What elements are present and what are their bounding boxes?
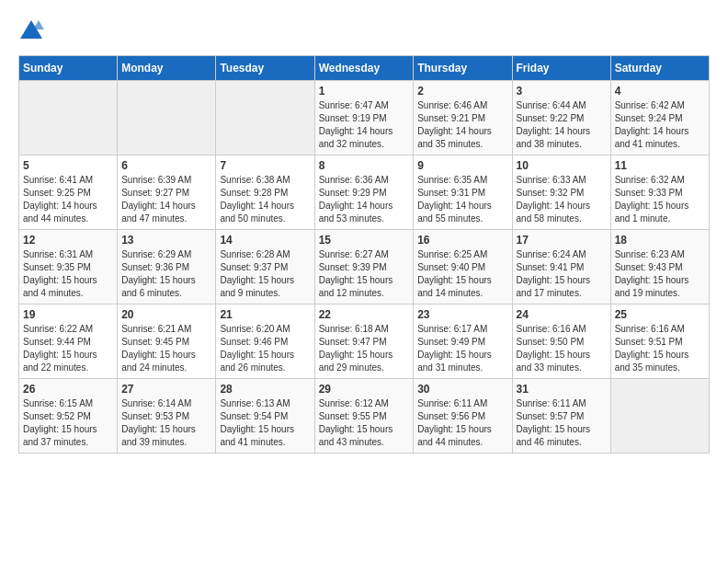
day-number: 18	[615, 234, 705, 247]
svg-marker-1	[33, 20, 44, 29]
calendar-day-cell: 2Sunrise: 6:46 AMSunset: 9:21 PMDaylight…	[414, 81, 512, 155]
calendar-day-cell: 28Sunrise: 6:13 AMSunset: 9:54 PMDayligh…	[216, 379, 314, 454]
day-info: Sunrise: 6:14 AMSunset: 9:53 PMDaylight:…	[121, 397, 211, 449]
day-number: 9	[417, 159, 507, 172]
day-info: Sunrise: 6:22 AMSunset: 9:44 PMDaylight:…	[23, 323, 113, 374]
day-number: 19	[23, 308, 113, 321]
day-info: Sunrise: 6:38 AMSunset: 9:28 PMDaylight:…	[220, 174, 310, 225]
day-info: Sunrise: 6:32 AMSunset: 9:33 PMDaylight:…	[615, 174, 705, 225]
day-info: Sunrise: 6:12 AMSunset: 9:55 PMDaylight:…	[319, 397, 410, 449]
calendar-day-cell: 15Sunrise: 6:27 AMSunset: 9:39 PMDayligh…	[314, 230, 414, 304]
calendar-week-row: 5Sunrise: 6:41 AMSunset: 9:25 PMDaylight…	[19, 155, 710, 230]
calendar-day-cell: 5Sunrise: 6:41 AMSunset: 9:25 PMDaylight…	[19, 155, 118, 230]
calendar-day-cell: 27Sunrise: 6:14 AMSunset: 9:53 PMDayligh…	[118, 379, 216, 454]
day-info: Sunrise: 6:11 AMSunset: 9:56 PMDaylight:…	[417, 397, 507, 449]
day-number: 12	[23, 234, 113, 247]
calendar-week-row: 19Sunrise: 6:22 AMSunset: 9:44 PMDayligh…	[19, 304, 710, 379]
calendar-day-cell: 17Sunrise: 6:24 AMSunset: 9:41 PMDayligh…	[512, 230, 610, 304]
day-number: 11	[615, 159, 705, 172]
calendar-day-cell: 8Sunrise: 6:36 AMSunset: 9:29 PMDaylight…	[314, 155, 414, 230]
day-number: 6	[121, 159, 211, 172]
day-info: Sunrise: 6:41 AMSunset: 9:25 PMDaylight:…	[23, 174, 113, 225]
day-number: 30	[417, 383, 507, 396]
day-number: 21	[220, 308, 310, 321]
calendar-day-cell	[216, 81, 314, 155]
weekday-header-cell: Saturday	[610, 56, 709, 81]
day-info: Sunrise: 6:11 AMSunset: 9:57 PMDaylight:…	[517, 397, 607, 449]
calendar-day-cell: 12Sunrise: 6:31 AMSunset: 9:35 PMDayligh…	[19, 230, 118, 304]
day-info: Sunrise: 6:28 AMSunset: 9:37 PMDaylight:…	[220, 248, 310, 300]
day-info: Sunrise: 6:31 AMSunset: 9:35 PMDaylight:…	[23, 248, 113, 300]
day-number: 4	[615, 85, 705, 98]
calendar-day-cell: 21Sunrise: 6:20 AMSunset: 9:46 PMDayligh…	[216, 304, 314, 379]
day-info: Sunrise: 6:36 AMSunset: 9:29 PMDaylight:…	[319, 174, 410, 225]
day-number: 14	[220, 234, 310, 247]
day-info: Sunrise: 6:13 AMSunset: 9:54 PMDaylight:…	[220, 397, 310, 449]
day-number: 13	[121, 234, 211, 247]
page-header	[18, 18, 710, 40]
day-number: 26	[23, 383, 113, 396]
day-number: 27	[121, 383, 211, 396]
day-info: Sunrise: 6:15 AMSunset: 9:52 PMDaylight:…	[23, 397, 113, 449]
calendar-day-cell: 4Sunrise: 6:42 AMSunset: 9:24 PMDaylight…	[610, 81, 709, 155]
day-info: Sunrise: 6:44 AMSunset: 9:22 PMDaylight:…	[517, 99, 607, 151]
calendar-day-cell: 19Sunrise: 6:22 AMSunset: 9:44 PMDayligh…	[19, 304, 118, 379]
calendar-day-cell: 7Sunrise: 6:38 AMSunset: 9:28 PMDaylight…	[216, 155, 314, 230]
day-number: 15	[319, 234, 410, 247]
day-info: Sunrise: 6:25 AMSunset: 9:40 PMDaylight:…	[417, 248, 507, 300]
calendar-day-cell: 18Sunrise: 6:23 AMSunset: 9:43 PMDayligh…	[610, 230, 709, 304]
day-info: Sunrise: 6:17 AMSunset: 9:49 PMDaylight:…	[417, 323, 507, 374]
day-number: 24	[517, 308, 607, 321]
weekday-header-cell: Monday	[118, 56, 216, 81]
weekday-header-row: SundayMondayTuesdayWednesdayThursdayFrid…	[19, 56, 710, 81]
calendar-day-cell: 16Sunrise: 6:25 AMSunset: 9:40 PMDayligh…	[414, 230, 512, 304]
calendar-day-cell: 3Sunrise: 6:44 AMSunset: 9:22 PMDaylight…	[512, 81, 610, 155]
day-number: 17	[517, 234, 607, 247]
calendar-day-cell	[19, 81, 118, 155]
weekday-header-cell: Sunday	[19, 56, 118, 81]
weekday-header-cell: Friday	[512, 56, 610, 81]
day-info: Sunrise: 6:24 AMSunset: 9:41 PMDaylight:…	[517, 248, 607, 300]
calendar-week-row: 12Sunrise: 6:31 AMSunset: 9:35 PMDayligh…	[19, 230, 710, 304]
day-number: 8	[319, 159, 410, 172]
day-info: Sunrise: 6:16 AMSunset: 9:50 PMDaylight:…	[517, 323, 607, 374]
calendar-day-cell	[610, 379, 709, 454]
day-info: Sunrise: 6:27 AMSunset: 9:39 PMDaylight:…	[319, 248, 410, 300]
calendar-day-cell: 20Sunrise: 6:21 AMSunset: 9:45 PMDayligh…	[118, 304, 216, 379]
calendar-day-cell: 13Sunrise: 6:29 AMSunset: 9:36 PMDayligh…	[118, 230, 216, 304]
day-number: 22	[319, 308, 410, 321]
day-number: 31	[517, 383, 607, 396]
day-info: Sunrise: 6:18 AMSunset: 9:47 PMDaylight:…	[319, 323, 410, 374]
calendar-day-cell: 9Sunrise: 6:35 AMSunset: 9:31 PMDaylight…	[414, 155, 512, 230]
day-number: 20	[121, 308, 211, 321]
day-number: 1	[319, 85, 410, 98]
day-number: 16	[417, 234, 507, 247]
day-info: Sunrise: 6:20 AMSunset: 9:46 PMDaylight:…	[220, 323, 310, 374]
weekday-header-cell: Tuesday	[216, 56, 314, 81]
day-number: 23	[417, 308, 507, 321]
calendar-table: SundayMondayTuesdayWednesdayThursdayFrid…	[18, 55, 710, 454]
calendar-day-cell: 22Sunrise: 6:18 AMSunset: 9:47 PMDayligh…	[314, 304, 414, 379]
calendar-body: 1Sunrise: 6:47 AMSunset: 9:19 PMDaylight…	[19, 81, 710, 454]
calendar-day-cell: 10Sunrise: 6:33 AMSunset: 9:32 PMDayligh…	[512, 155, 610, 230]
day-number: 29	[319, 383, 410, 396]
day-number: 7	[220, 159, 310, 172]
calendar-day-cell: 25Sunrise: 6:16 AMSunset: 9:51 PMDayligh…	[610, 304, 709, 379]
calendar-day-cell: 11Sunrise: 6:32 AMSunset: 9:33 PMDayligh…	[610, 155, 709, 230]
calendar-day-cell: 26Sunrise: 6:15 AMSunset: 9:52 PMDayligh…	[19, 379, 118, 454]
calendar-week-row: 1Sunrise: 6:47 AMSunset: 9:19 PMDaylight…	[19, 81, 710, 155]
day-number: 2	[417, 85, 507, 98]
day-info: Sunrise: 6:23 AMSunset: 9:43 PMDaylight:…	[615, 248, 705, 300]
day-info: Sunrise: 6:29 AMSunset: 9:36 PMDaylight:…	[121, 248, 211, 300]
day-info: Sunrise: 6:39 AMSunset: 9:27 PMDaylight:…	[121, 174, 211, 225]
calendar-day-cell: 24Sunrise: 6:16 AMSunset: 9:50 PMDayligh…	[512, 304, 610, 379]
weekday-header-cell: Thursday	[414, 56, 512, 81]
day-info: Sunrise: 6:16 AMSunset: 9:51 PMDaylight:…	[615, 323, 705, 374]
day-info: Sunrise: 6:46 AMSunset: 9:21 PMDaylight:…	[417, 99, 507, 151]
day-number: 3	[517, 85, 607, 98]
calendar-day-cell: 23Sunrise: 6:17 AMSunset: 9:49 PMDayligh…	[414, 304, 512, 379]
day-number: 10	[517, 159, 607, 172]
day-info: Sunrise: 6:21 AMSunset: 9:45 PMDaylight:…	[121, 323, 211, 374]
calendar-day-cell: 31Sunrise: 6:11 AMSunset: 9:57 PMDayligh…	[512, 379, 610, 454]
calendar-week-row: 26Sunrise: 6:15 AMSunset: 9:52 PMDayligh…	[19, 379, 710, 454]
